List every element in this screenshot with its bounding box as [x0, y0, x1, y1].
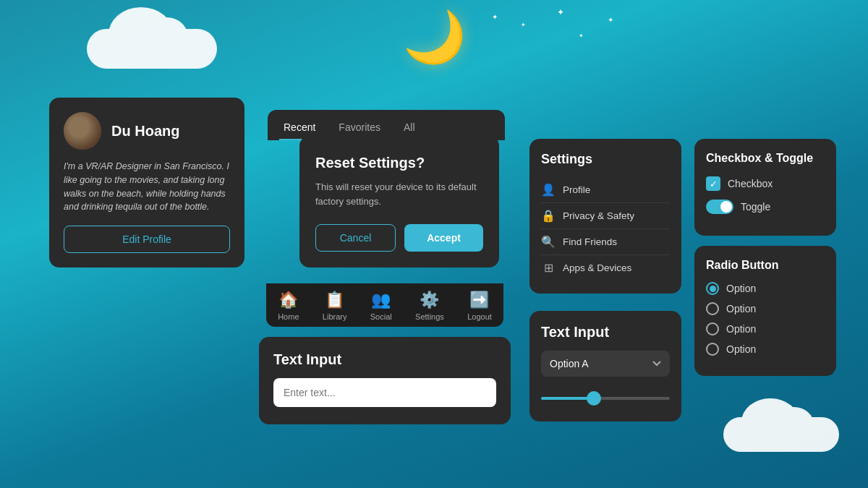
toggle-knob	[720, 201, 732, 213]
settings-card: Settings 👤 Profile 🔒 Privacy & Safety 🔍 …	[529, 139, 681, 294]
radio-label-4: Option	[726, 343, 756, 355]
settings-label-apps-devices: Apps & Devices	[563, 262, 631, 273]
radio-option-4[interactable]: Option	[706, 343, 825, 356]
radio-circle-1	[706, 282, 719, 295]
radio-label-1: Option	[726, 283, 756, 294]
accept-button[interactable]: Accept	[404, 224, 483, 252]
profile-card: Du Hoang I'm a VR/AR Designer in San Fra…	[49, 98, 244, 267]
cancel-button[interactable]: Cancel	[315, 224, 396, 252]
text-input-title-right: Text Input	[541, 324, 670, 341]
settings-item-privacy[interactable]: 🔒 Privacy & Safety	[541, 203, 670, 229]
checkbox-label: Checkbox	[728, 178, 773, 189]
checkbox-row: ✓ Checkbox	[706, 176, 825, 191]
text-input-title-left: Text Input	[273, 351, 496, 368]
radio-option-3[interactable]: Option	[706, 322, 825, 335]
slider-container	[541, 387, 670, 406]
modal-body: This will reset your device to its defau…	[315, 180, 483, 208]
nav-home[interactable]: 🏠 Home	[278, 291, 299, 321]
radio-label-3: Option	[726, 323, 756, 335]
nav-logout[interactable]: ➡️ Logout	[467, 291, 492, 321]
star-4: ✦	[579, 33, 584, 39]
star-3: ✦	[557, 7, 564, 17]
nav-social[interactable]: 👥 Social	[370, 291, 392, 321]
checkbox-card-title: Checkbox & Toggle	[706, 152, 825, 165]
settings-icon: ⚙️	[420, 291, 439, 309]
settings-label-profile: Profile	[563, 184, 590, 195]
radio-label-2: Option	[726, 303, 756, 314]
library-icon: 📋	[325, 291, 344, 309]
star-2: ✦	[521, 22, 526, 28]
cloud-bottom-right	[723, 417, 839, 452]
nav-home-label: Home	[278, 312, 299, 321]
nav-settings-label: Settings	[415, 312, 444, 321]
nav-logout-label: Logout	[467, 312, 492, 321]
settings-label-privacy: Privacy & Safety	[563, 210, 634, 221]
profile-name: Du Hoang	[111, 123, 179, 140]
toggle-input[interactable]	[706, 200, 733, 214]
nav-library-label: Library	[323, 312, 347, 321]
apps-devices-icon: ⊞	[541, 261, 556, 275]
settings-item-apps-devices[interactable]: ⊞ Apps & Devices	[541, 255, 670, 281]
settings-item-find-friends[interactable]: 🔍 Find Friends	[541, 229, 670, 255]
option-dropdown[interactable]: Option A Option B Option C	[541, 351, 670, 377]
toggle-label: Toggle	[741, 201, 770, 213]
slider-input[interactable]	[541, 397, 670, 400]
settings-title: Settings	[541, 152, 670, 167]
avatar	[64, 112, 101, 150]
toggle-row: Toggle	[706, 200, 825, 214]
radio-circle-3	[706, 322, 719, 335]
bottom-navigation: 🏠 Home 📋 Library 👥 Social ⚙️ Settings ➡️…	[266, 283, 503, 327]
nav-settings[interactable]: ⚙️ Settings	[415, 291, 444, 321]
avatar-image	[64, 112, 101, 150]
modal-title: Reset Settings?	[315, 155, 483, 171]
text-input-card-left: Text Input	[259, 337, 511, 424]
logout-icon: ➡️	[469, 291, 489, 309]
nav-social-label: Social	[370, 312, 392, 321]
radio-circle-2	[706, 302, 719, 315]
profile-icon: 👤	[541, 183, 556, 197]
edit-profile-button[interactable]: Edit Profile	[64, 226, 230, 253]
radio-option-1[interactable]: Option	[706, 282, 825, 295]
nav-library[interactable]: 📋 Library	[323, 291, 347, 321]
reset-settings-modal: Reset Settings? This will reset your dev…	[299, 136, 499, 267]
cloud-top-left	[87, 29, 217, 69]
find-friends-icon: 🔍	[541, 235, 556, 249]
text-input-field[interactable]	[273, 378, 496, 407]
checkbox-input[interactable]: ✓	[706, 176, 720, 191]
moon-decoration: 🌙	[403, 7, 466, 67]
profile-header: Du Hoang	[64, 112, 230, 150]
checkbox-toggle-card: Checkbox & Toggle ✓ Checkbox Toggle	[694, 139, 836, 236]
settings-item-profile[interactable]: 👤 Profile	[541, 177, 670, 203]
star-1: ✦	[492, 13, 498, 21]
text-input-card-right: Text Input Option A Option B Option C	[529, 311, 681, 421]
home-icon: 🏠	[278, 291, 298, 309]
privacy-icon: 🔒	[541, 209, 556, 223]
radio-button-card: Radio Button Option Option Option Option	[694, 246, 836, 376]
radio-dot-1	[710, 286, 716, 292]
social-icon: 👥	[371, 291, 391, 309]
radio-circle-4	[706, 343, 719, 356]
modal-buttons: Cancel Accept	[315, 224, 483, 252]
radio-option-2[interactable]: Option	[706, 302, 825, 315]
star-5: ✦	[608, 16, 613, 24]
settings-label-find-friends: Find Friends	[563, 236, 617, 247]
radio-card-title: Radio Button	[706, 259, 825, 272]
profile-bio: I'm a VR/AR Designer in San Francisco. I…	[64, 160, 230, 214]
